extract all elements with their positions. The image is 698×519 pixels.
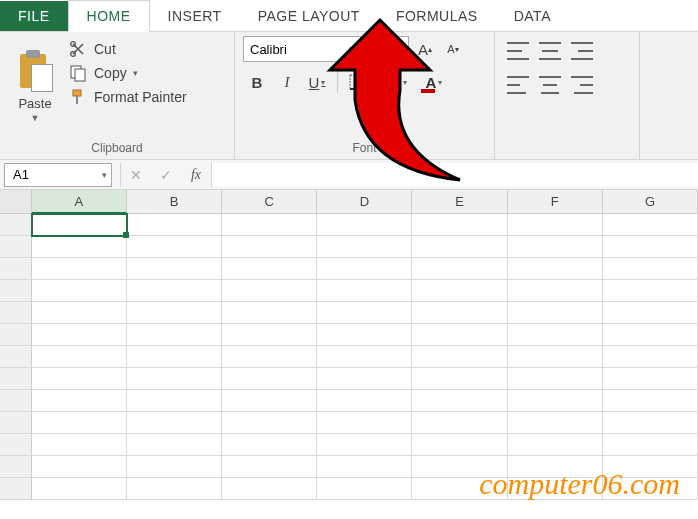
cell[interactable]	[317, 280, 412, 302]
cell[interactable]	[317, 324, 412, 346]
italic-button[interactable]: I	[273, 68, 301, 96]
cell-a1[interactable]	[32, 214, 127, 236]
cell[interactable]	[508, 258, 603, 280]
cell[interactable]	[508, 302, 603, 324]
cell[interactable]	[32, 346, 127, 368]
bold-button[interactable]: B	[243, 68, 271, 96]
copy-dropdown-icon[interactable]: ▾	[133, 68, 138, 78]
cell[interactable]	[32, 478, 127, 500]
cell[interactable]	[603, 368, 698, 390]
font-color-button[interactable]: A ▾	[416, 68, 452, 96]
tab-file[interactable]: FILE	[0, 1, 68, 31]
cancel-formula-button[interactable]: ✕	[121, 163, 151, 187]
cell[interactable]	[32, 434, 127, 456]
paste-dropdown-icon[interactable]: ▼	[31, 113, 40, 123]
cell[interactable]	[127, 214, 222, 236]
tab-insert[interactable]: INSERT	[150, 1, 240, 31]
cell[interactable]	[603, 258, 698, 280]
cell[interactable]	[317, 456, 412, 478]
row-header[interactable]	[0, 434, 32, 456]
cell[interactable]	[127, 390, 222, 412]
cell[interactable]	[32, 368, 127, 390]
cell[interactable]	[603, 346, 698, 368]
copy-button[interactable]: Copy ▾	[68, 64, 187, 82]
name-box[interactable]: A1 ▾	[4, 163, 112, 187]
row-header[interactable]	[0, 346, 32, 368]
cell[interactable]	[127, 280, 222, 302]
row-header[interactable]	[0, 456, 32, 478]
cell[interactable]	[508, 390, 603, 412]
enter-formula-button[interactable]: ✓	[151, 163, 181, 187]
cell[interactable]	[222, 390, 317, 412]
cell[interactable]	[508, 236, 603, 258]
tab-data[interactable]: DATA	[496, 1, 569, 31]
cell[interactable]	[222, 324, 317, 346]
underline-button[interactable]: U▾	[303, 68, 331, 96]
row-header[interactable]	[0, 390, 32, 412]
column-header-d[interactable]: D	[317, 190, 412, 213]
cell[interactable]	[412, 434, 507, 456]
cell[interactable]	[32, 236, 127, 258]
font-size-selector[interactable]: ▾	[365, 36, 409, 62]
cut-button[interactable]: Cut	[68, 40, 187, 58]
column-header-c[interactable]: C	[222, 190, 317, 213]
column-header-a[interactable]: A	[32, 190, 127, 214]
fill-color-button[interactable]: ▾	[378, 68, 414, 96]
cell[interactable]	[127, 412, 222, 434]
tab-home[interactable]: HOME	[68, 0, 150, 32]
column-header-b[interactable]: B	[127, 190, 222, 213]
cell[interactable]	[603, 412, 698, 434]
row-header[interactable]	[0, 258, 32, 280]
cell[interactable]	[127, 478, 222, 500]
cell[interactable]	[603, 434, 698, 456]
cell[interactable]	[412, 258, 507, 280]
formula-input[interactable]	[211, 163, 698, 187]
cell[interactable]	[127, 346, 222, 368]
format-painter-button[interactable]: Format Painter	[68, 88, 187, 106]
tab-formulas[interactable]: FORMULAS	[378, 1, 496, 31]
cell[interactable]	[127, 236, 222, 258]
align-right-button[interactable]	[571, 76, 593, 94]
cell[interactable]	[412, 324, 507, 346]
cell[interactable]	[127, 434, 222, 456]
cell[interactable]	[603, 236, 698, 258]
align-middle-button[interactable]	[539, 42, 561, 60]
column-header-f[interactable]: F	[508, 190, 603, 213]
cell[interactable]	[412, 368, 507, 390]
align-bottom-button[interactable]	[571, 42, 593, 60]
cell[interactable]	[412, 236, 507, 258]
cell[interactable]	[317, 478, 412, 500]
cell[interactable]	[222, 368, 317, 390]
cell[interactable]	[32, 280, 127, 302]
cell[interactable]	[222, 346, 317, 368]
cell[interactable]	[412, 412, 507, 434]
cell[interactable]	[412, 302, 507, 324]
cell[interactable]	[222, 456, 317, 478]
cell[interactable]	[222, 434, 317, 456]
cell[interactable]	[317, 412, 412, 434]
cell[interactable]	[508, 214, 603, 236]
cell[interactable]	[603, 390, 698, 412]
cell[interactable]	[508, 280, 603, 302]
paste-button[interactable]: Paste ▼	[8, 36, 62, 138]
cell[interactable]	[603, 324, 698, 346]
cell[interactable]	[32, 302, 127, 324]
cell[interactable]	[222, 236, 317, 258]
cell[interactable]	[412, 280, 507, 302]
tab-page-layout[interactable]: PAGE LAYOUT	[240, 1, 378, 31]
cell[interactable]	[508, 346, 603, 368]
cell[interactable]	[603, 214, 698, 236]
row-header[interactable]	[0, 478, 32, 500]
cell[interactable]	[127, 456, 222, 478]
align-top-button[interactable]	[507, 42, 529, 60]
cell[interactable]	[317, 236, 412, 258]
cell[interactable]	[317, 390, 412, 412]
cell[interactable]	[508, 368, 603, 390]
cell[interactable]	[412, 346, 507, 368]
cell[interactable]	[317, 302, 412, 324]
cell[interactable]	[508, 324, 603, 346]
cell[interactable]	[127, 324, 222, 346]
cell[interactable]	[412, 214, 507, 236]
cell[interactable]	[222, 302, 317, 324]
cell[interactable]	[508, 434, 603, 456]
